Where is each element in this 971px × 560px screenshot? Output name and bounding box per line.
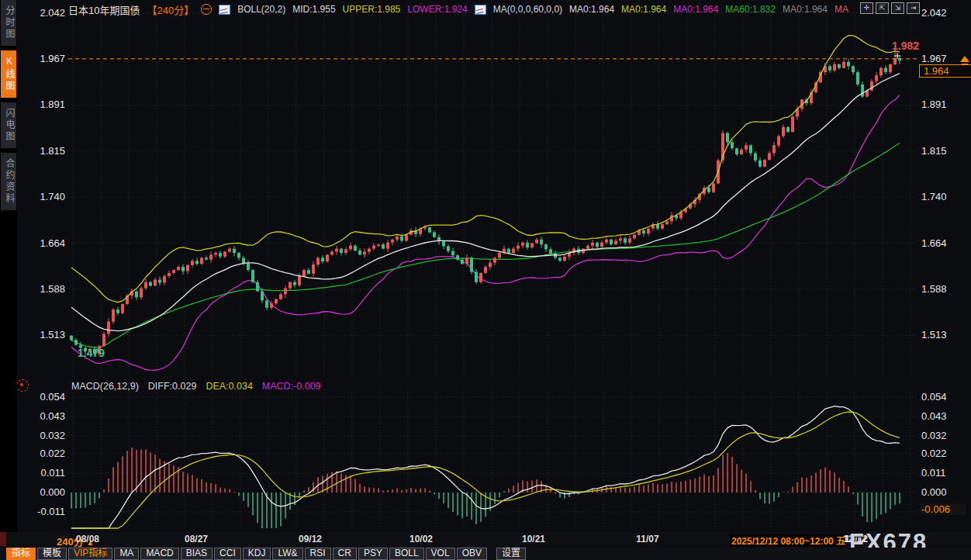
sidebar-tab-time-chart[interactable]: 分时图: [1, 0, 16, 46]
macd-diff-value: DIFF:0.029: [148, 381, 197, 392]
chart-header: 日本10年期国债 【240分】 BOLL(20,2) MID:1.955 UPP…: [68, 2, 848, 16]
x-axis-label-11-07: 11/07: [636, 534, 658, 544]
time-axis-row: 240分 ▲ 2025/12/12 08:00~12:00 五 12/12 08…: [0, 532, 971, 548]
ma0-magenta-value: MA0:1.964: [673, 4, 718, 15]
ma-chart-icon[interactable]: [475, 5, 486, 15]
y-axis-label: 0.032: [921, 430, 968, 441]
y-axis-label: 0.043: [921, 411, 968, 422]
y-axis-label: 1.967: [23, 54, 65, 64]
sidebar-tab-contract-info[interactable]: 合约资料: [1, 153, 16, 210]
ma-group-label: MA(0,0,0,60,0,0): [493, 4, 562, 15]
boll-upper-value: UPPER:1.985: [343, 4, 401, 15]
y-axis-label: 0.043: [23, 411, 65, 422]
y-axis-label: -0.011: [23, 506, 65, 517]
zoom-in-chart-icon[interactable]: ⇲: [891, 2, 904, 14]
y-axis-label: 1.740: [23, 192, 65, 202]
y-axis-label: 1.815: [23, 146, 65, 157]
toolbar-button-indicators[interactable]: 指标: [6, 548, 36, 560]
indicator-marker-icon: [16, 379, 29, 392]
y-axis-label: 0.011: [921, 468, 968, 479]
x-axis-label-09-12: 09/12: [299, 534, 322, 544]
y-axis-label: 1.664: [23, 238, 65, 249]
y-axis-label: 2.042: [921, 8, 968, 19]
y-axis-label: 1.967: [921, 54, 968, 64]
chart-tool-icons: ✛⇱⇲⇥: [860, 2, 920, 14]
ma0-gray-value: MA0:1.964: [783, 4, 828, 15]
sidebar: 分时图K线图闪电图合约资料: [0, 0, 17, 532]
toolbar-button-settings[interactable]: 设置: [496, 548, 526, 560]
toolbar-button-vip-indicators[interactable]: VIP指标: [68, 548, 112, 560]
indicator-toolbar: 指标模板VIP指标MAMACDBIASCCIKDJLW&RSICRPSYBOLL…: [0, 548, 971, 560]
toolbar-button-boll[interactable]: BOLL: [389, 548, 424, 560]
toolbar-button-ma[interactable]: MA: [114, 548, 139, 560]
collapse-indicator-icon[interactable]: [201, 4, 212, 15]
x-axis-label-08-08: 08/08: [76, 534, 99, 544]
sidebar-tab-kline-chart[interactable]: K线图: [1, 50, 16, 98]
ma0-yellow-value: MA0:1.964: [621, 4, 666, 15]
y-axis-label: 0.000: [23, 487, 65, 498]
toolbar-button-obv[interactable]: OBV: [457, 548, 487, 560]
y-axis-label: 1.891: [23, 99, 65, 110]
chart-canvas[interactable]: [0, 0, 971, 532]
move-icon[interactable]: ✛: [860, 2, 873, 14]
y-axis-label: 0.022: [921, 448, 968, 459]
ma-red-label: MA: [835, 4, 848, 15]
toolbar-button-cci[interactable]: CCI: [214, 548, 241, 560]
toolbar-button-lw[interactable]: LW&: [272, 548, 302, 560]
y-axis-label: 0.011: [23, 468, 65, 479]
x-axis-label-10-21: 10/21: [522, 534, 545, 544]
toolbar-button-templates[interactable]: 模板: [37, 548, 67, 560]
sidebar-tab-lightning-chart[interactable]: 闪电图: [1, 102, 16, 148]
toolbar-button-vol[interactable]: VOL: [426, 548, 455, 560]
boll-mid-value: MID:1.955: [292, 4, 335, 15]
y-axis-label: 2.042: [23, 8, 65, 19]
y-axis-label: 0.000: [921, 487, 968, 498]
y-axis-label: 0.054: [921, 392, 968, 403]
y-axis-label: 0.022: [23, 448, 65, 459]
session-low-label: 1.479: [78, 347, 105, 359]
symbol-name: 日本10年期国债: [68, 2, 140, 17]
exit-panel-icon[interactable]: ⇥: [907, 2, 920, 14]
y-axis-label: 1.588: [921, 284, 968, 295]
x-axis-label-10-02: 10/02: [409, 534, 433, 544]
period-indicator[interactable]: 【240分】: [147, 2, 194, 17]
y-axis-label: 0.054: [23, 392, 65, 403]
toolbar-button-kdj[interactable]: KDJ: [243, 548, 271, 560]
y-axis-label: 0.032: [23, 430, 65, 441]
session-time-label: 2025/12/12 08:00~12:00 五: [730, 534, 847, 547]
macd-header: MACD(26,12,9) DIFF:0.029 DEA:0.034 MACD:…: [71, 381, 321, 392]
y-axis-label: 1.891: [921, 99, 968, 110]
toolbar-button-rsi[interactable]: RSI: [305, 548, 331, 560]
x-axis-label-08-27: 08/27: [185, 534, 208, 544]
y-axis-label: 1.513: [23, 330, 65, 340]
macd-current-badge: -0.006: [920, 503, 966, 515]
y-axis-label: 1.740: [921, 192, 968, 202]
current-price-badge: 1.964: [919, 64, 971, 78]
macd-value: MACD:-0.009: [262, 381, 321, 392]
trading-app-window: 分时图K线图闪电图合约资料 日本10年期国债 【240分】 BOLL(20,2)…: [0, 0, 971, 560]
y-axis-label: 1.588: [23, 284, 65, 295]
boll-lower-value: LOWER:1.924: [407, 4, 467, 15]
y-axis-label: 1.513: [921, 330, 968, 340]
toolbar-button-psy[interactable]: PSY: [358, 548, 388, 560]
toolbar-button-macd[interactable]: MACD: [140, 548, 178, 560]
toolbar-button-cr[interactable]: CR: [333, 548, 357, 560]
corner-block: [0, 532, 6, 546]
macd-dea-value: DEA:0.034: [206, 381, 252, 392]
ma60-value: MA60:1.832: [725, 4, 776, 15]
macd-params-label: MACD(26,12,9): [71, 381, 139, 392]
ma0-white-value: MA0:1.964: [569, 4, 614, 15]
session-high-label: 1.982: [892, 40, 919, 52]
y-axis-label: 1.664: [921, 238, 968, 249]
zoom-out-chart-icon[interactable]: ⇱: [876, 2, 889, 14]
boll-chart-icon[interactable]: [219, 5, 230, 15]
toolbar-button-bias[interactable]: BIAS: [181, 548, 213, 560]
boll-label: BOLL(20,2): [237, 4, 285, 15]
y-axis-label: 1.815: [921, 146, 968, 157]
